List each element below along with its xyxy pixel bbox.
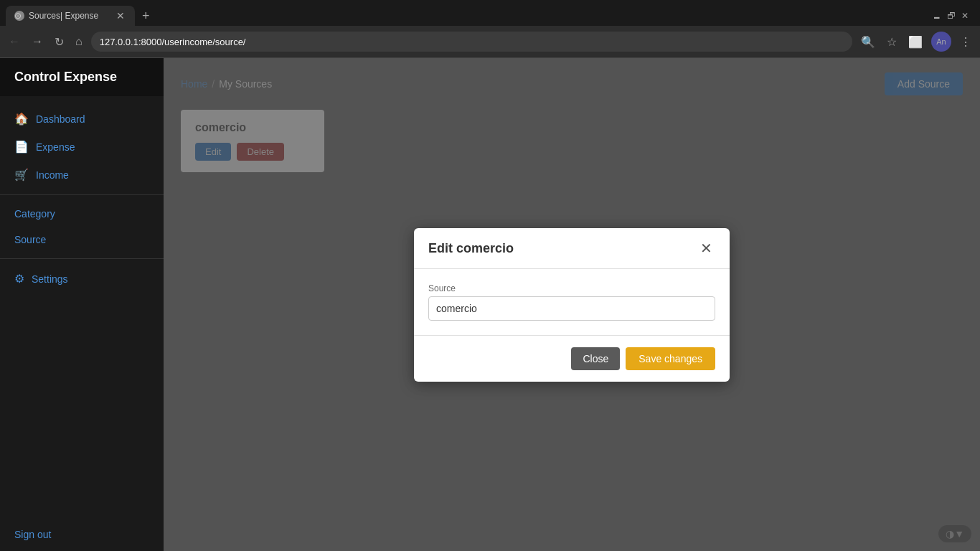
modal-footer: Close Save changes — [414, 335, 730, 382]
win-minimize[interactable]: 🗕 — [933, 11, 941, 21]
home-icon: 🏠 — [14, 112, 29, 126]
modal-header: Edit comercio ✕ — [414, 228, 730, 269]
nav-divider-2 — [0, 258, 164, 259]
expense-icon: 📄 — [14, 140, 29, 154]
home-button[interactable]: ⌂ — [72, 32, 85, 51]
modal-body: Source — [414, 269, 730, 335]
sidebar-item-category[interactable]: Category — [0, 201, 164, 227]
menu-icon[interactable]: ⋮ — [957, 32, 974, 52]
window-controls: 🗕 🗗 ✕ — [933, 11, 974, 21]
new-tab-button[interactable]: + — [138, 9, 154, 24]
modal-title: Edit comercio — [428, 241, 514, 256]
address-bar: ← → ↻ ⌂ 🔍 ☆ ⬜ An ⋮ — [0, 26, 980, 57]
profile-initials: An — [936, 37, 946, 46]
active-tab[interactable]: ⊙ Sources| Expense ✕ — [6, 6, 135, 26]
zoom-icon[interactable]: 🔍 — [858, 32, 878, 52]
split-view-icon[interactable]: ⬜ — [905, 32, 925, 52]
sidebar-label-dashboard: Dashboard — [36, 113, 85, 125]
win-close[interactable]: ✕ — [961, 11, 969, 21]
sidebar-nav: 🏠 Dashboard 📄 Expense 🛒 Income Category … — [0, 96, 164, 517]
forward-button[interactable]: → — [29, 32, 46, 51]
tab-title: Sources| Expense — [29, 11, 110, 21]
sidebar-item-source[interactable]: Source — [0, 227, 164, 253]
source-input[interactable] — [428, 296, 715, 321]
bookmark-icon[interactable]: ☆ — [884, 32, 900, 52]
source-form-group: Source — [428, 283, 715, 321]
app-wrapper: Control Expense 🏠 Dashboard 📄 Expense 🛒 … — [0, 58, 980, 551]
sidebar-label-expense: Expense — [36, 141, 75, 153]
sidebar-signout[interactable]: Sign out — [0, 517, 164, 551]
sidebar-item-expense[interactable]: 📄 Expense — [0, 133, 164, 161]
profile-button[interactable]: An — [931, 32, 951, 52]
nav-divider — [0, 194, 164, 195]
income-icon: 🛒 — [14, 168, 29, 182]
save-changes-button[interactable]: Save changes — [626, 347, 715, 370]
tab-favicon: ⊙ — [14, 11, 24, 21]
sidebar-label-category: Category — [14, 208, 55, 220]
toolbar-icons: 🔍 ☆ ⬜ An ⋮ — [858, 32, 974, 52]
sidebar-item-income[interactable]: 🛒 Income — [0, 161, 164, 189]
close-modal-button[interactable]: Close — [571, 347, 620, 370]
url-bar[interactable] — [91, 32, 852, 52]
settings-icon: ⚙ — [14, 272, 24, 286]
sidebar: Control Expense 🏠 Dashboard 📄 Expense 🛒 … — [0, 58, 164, 551]
tab-bar: ⊙ Sources| Expense ✕ + 🗕 🗗 ✕ — [0, 0, 980, 26]
sidebar-label-source: Source — [14, 234, 46, 245]
sidebar-item-settings[interactable]: ⚙ Settings — [0, 265, 164, 293]
sidebar-brand: Control Expense — [0, 58, 164, 96]
signout-label: Sign out — [14, 529, 51, 540]
main-content: Home / My Sources Add Source comercio Ed… — [164, 58, 980, 551]
browser-chrome: ⊙ Sources| Expense ✕ + 🗕 🗗 ✕ ← → ↻ ⌂ 🔍 ☆… — [0, 0, 980, 58]
edit-modal: Edit comercio ✕ Source Close Save change… — [414, 228, 730, 382]
sidebar-label-settings: Settings — [32, 273, 68, 285]
sidebar-item-dashboard[interactable]: 🏠 Dashboard — [0, 105, 164, 133]
sidebar-label-income: Income — [36, 169, 69, 181]
source-field-label: Source — [428, 283, 715, 293]
win-restore[interactable]: 🗗 — [947, 11, 956, 21]
modal-close-button[interactable]: ✕ — [697, 240, 715, 257]
back-button[interactable]: ← — [6, 32, 23, 51]
tab-close-button[interactable]: ✕ — [115, 10, 126, 22]
modal-overlay: Edit comercio ✕ Source Close Save change… — [164, 58, 980, 551]
reload-button[interactable]: ↻ — [52, 32, 67, 52]
